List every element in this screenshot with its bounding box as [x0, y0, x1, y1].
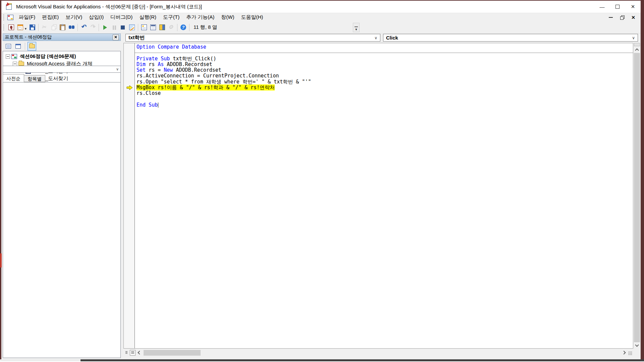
break-button [109, 23, 118, 32]
code-line-6[interactable]: rs.ActiveConnection = CurrentProject.Con… [137, 73, 633, 79]
tree-item-섹션06정답 (섹션06문제)[interactable]: 섹션06정답 (섹션06문제) [3, 53, 120, 60]
horizontal-scroll-track[interactable] [142, 350, 622, 356]
menu-item-4[interactable]: 디버그(D) [107, 13, 136, 22]
resize-grip[interactable] [628, 351, 632, 355]
save-icon [30, 24, 35, 30]
design-mode-icon [129, 24, 135, 30]
mdi-close-icon[interactable]: ✕ [631, 16, 635, 19]
insert-object-button[interactable] [16, 23, 25, 32]
paste-button[interactable] [58, 23, 67, 32]
menu-item-9[interactable]: 도움말(H) [237, 13, 266, 22]
code-line-9[interactable]: rs.Close [137, 90, 633, 96]
current-statement-highlight: MsgBox rs!이름 & "/" & rs!학과 & "/" & rs!연락… [137, 84, 275, 90]
scroll-left-button[interactable] [136, 350, 142, 356]
view-code-button[interactable] [4, 42, 13, 51]
code-line-1[interactable]: Option Compare Database [137, 44, 633, 50]
copy-button [49, 23, 58, 32]
view-code-icon [6, 44, 11, 49]
view-microsoft-access-button[interactable] [7, 23, 16, 32]
code-line-7[interactable]: rs.Open "select * from 재학생 where 학번=' " … [137, 79, 633, 85]
mdi-restore-icon[interactable] [620, 15, 624, 19]
menu-bar: 파일(F)편집(E)보기(V)삽입(I)디버그(D)실행(R)도구(T)추가 기… [1, 13, 641, 21]
code-line-8[interactable]: MsgBox rs!이름 & "/" & rs!학과 & "/" & rs!연락… [137, 85, 633, 90]
properties-object-combo[interactable]: ∨ [3, 66, 121, 73]
code-line-10[interactable] [137, 97, 633, 102]
properties-list[interactable] [3, 82, 121, 358]
copy-icon [52, 26, 55, 30]
code-margin-bar[interactable] [124, 43, 135, 348]
scroll-right-button[interactable] [622, 350, 627, 356]
view-object-button[interactable] [14, 42, 22, 51]
desktop-edge-accent [0, 253, 2, 267]
collapse-minus-icon[interactable] [6, 54, 10, 59]
standard-toolbar: ▼? 11 행, 8 열 ▼ [1, 21, 641, 34]
toolbar-separator [189, 24, 190, 31]
code-line-11[interactable]: End Sub [137, 102, 633, 108]
code-line-3[interactable]: Private Sub txt학번_Click() [137, 56, 633, 62]
toolbar-drag-handle[interactable] [3, 24, 5, 31]
left-dock: 프로젝트 - 섹션06정답 ✕ 섹션06정답 (섹션06문제)Microsoft… [1, 34, 123, 359]
find-icon [69, 24, 74, 30]
project-icon [11, 54, 17, 59]
mdi-minimize-icon[interactable] [609, 17, 613, 18]
menu-item-5[interactable]: 실행(R) [136, 13, 160, 22]
code-editor[interactable]: Option Compare DatabasePrivate Sub txt학번… [123, 43, 633, 349]
scroll-down-button[interactable] [634, 343, 640, 349]
procedure-view-button[interactable] [123, 350, 129, 356]
maximize-button[interactable] [610, 1, 625, 13]
minimize-button[interactable]: — [594, 1, 610, 13]
menu-item-1[interactable]: 편집(E) [39, 13, 62, 22]
full-module-view-button[interactable] [130, 350, 136, 356]
menu-item-6[interactable]: 도구(T) [160, 13, 183, 22]
tree-item-label[interactable]: 섹션06정답 (섹션06문제) [19, 53, 77, 60]
save-button[interactable] [28, 23, 37, 32]
split-handle[interactable] [634, 43, 640, 46]
reset-button[interactable] [118, 23, 127, 32]
vertical-scrollbar[interactable] [634, 43, 640, 349]
project-explorer-button[interactable] [140, 23, 149, 32]
view-microsoft-access-icon [8, 24, 14, 30]
redo-button [88, 23, 97, 32]
toolbar-overflow-button[interactable]: ▼ [353, 23, 360, 32]
vertical-scroll-thumb[interactable] [634, 53, 640, 342]
tab-categorized[interactable]: 항목별 [24, 75, 45, 82]
maximize-icon [615, 5, 620, 9]
help-button[interactable]: ? [179, 23, 188, 32]
code-text-area[interactable]: Option Compare DatabasePrivate Sub txt학번… [135, 43, 633, 348]
menu-item-8[interactable]: 창(W) [218, 13, 237, 22]
menu-item-7[interactable]: 추가 기능(A) [183, 13, 218, 22]
run-sub-icon [103, 25, 107, 30]
child-window-icon[interactable] [7, 15, 13, 20]
procedure-combo-value: Click [386, 35, 398, 41]
chevron-right-icon [622, 351, 626, 354]
project-explorer-icon [141, 24, 147, 30]
tab-alphabetic[interactable]: 사전순 [3, 74, 24, 82]
close-button[interactable]: ✕ [625, 1, 641, 13]
procedure-combo[interactable]: Click ∨ [383, 34, 638, 42]
project-panel-close-button[interactable]: ✕ [113, 35, 119, 40]
object-browser-button[interactable] [158, 23, 167, 32]
object-combo[interactable]: txt학번 ∨ [125, 34, 380, 42]
view-object-icon [15, 44, 21, 49]
menu-item-0[interactable]: 파일(F) [15, 13, 39, 22]
chevron-down-icon: ∨ [374, 36, 377, 40]
find-button[interactable] [67, 23, 76, 32]
menu-item-3[interactable]: 삽입(I) [86, 13, 107, 22]
chevron-up-icon [635, 48, 639, 52]
collapse-minus-icon[interactable] [13, 62, 17, 66]
project-panel-title: 프로젝트 - 섹션06정답 [5, 34, 52, 40]
undo-button[interactable] [79, 23, 88, 32]
design-mode-button[interactable] [127, 23, 137, 32]
main-area: 프로젝트 - 섹션06정답 ✕ 섹션06정답 (섹션06문제)Microsoft… [1, 34, 641, 359]
procedure-view-icon [125, 351, 127, 354]
code-line-5[interactable]: Set rs = New ADODB.Recordset [137, 67, 633, 73]
properties-window-button[interactable] [149, 23, 158, 32]
code-line-4[interactable]: Dim rs As ADODB.Recordset [137, 62, 633, 67]
menu-item-2[interactable]: 보기(V) [62, 13, 86, 22]
scroll-up-button[interactable] [634, 47, 640, 53]
toggle-folders-button[interactable] [28, 42, 36, 51]
menubar-drag-handle[interactable] [3, 14, 5, 20]
run-sub-button[interactable] [100, 23, 109, 32]
chevron-down-icon: ∨ [116, 67, 120, 71]
horizontal-scroll-thumb[interactable] [144, 350, 201, 356]
